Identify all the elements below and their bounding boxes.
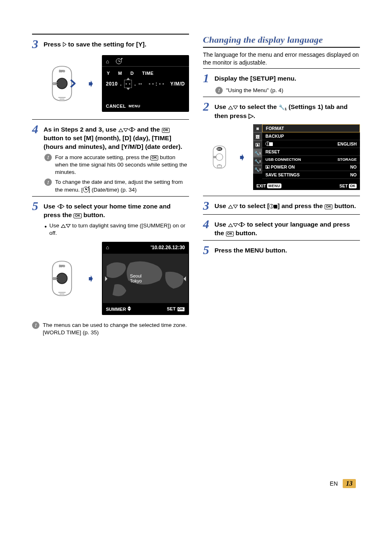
hdr-m: M bbox=[118, 71, 122, 76]
step-text: Press the MENU button. bbox=[214, 244, 287, 255]
world-map: Seoul Tokyo bbox=[103, 254, 188, 303]
camera-lcd-timezone: ⌂'10.02.26.12:30 Seoul Tokyo SUMMER SET … bbox=[102, 242, 189, 315]
step-text: Press to save the setting for [Y]. bbox=[44, 38, 146, 49]
step-text: Use to select the 🔧1 (Settings 1) tab an… bbox=[214, 100, 360, 120]
globe-icon bbox=[269, 204, 274, 208]
setup-row-poweron: POWER ONNO bbox=[262, 163, 360, 171]
hdr-y: Y bbox=[107, 71, 110, 76]
step-number: 4 bbox=[203, 218, 212, 230]
hdr-time: TIME bbox=[142, 71, 154, 76]
step4-note2: ! To change the date and time, adjust th… bbox=[44, 178, 189, 193]
step-text: Use to select your home time zone and pr… bbox=[44, 200, 189, 220]
clock-icon bbox=[116, 58, 122, 64]
r-step1-note: ! "Using the Menu" (p. 4) bbox=[215, 87, 360, 94]
note-icon: ! bbox=[32, 322, 39, 329]
right-arrow-icon bbox=[63, 42, 67, 47]
page-number: 13 bbox=[343, 479, 356, 488]
note-icon: ! bbox=[44, 178, 52, 186]
home-icon: ⌂ bbox=[106, 58, 109, 65]
svg-point-3 bbox=[57, 273, 67, 283]
svg-text:OK: OK bbox=[53, 277, 57, 280]
setup-row-lang: ENGLISH bbox=[262, 140, 360, 148]
dpad-diagram-2: INFO OK ➧ ⌂'10.02.26.12:30 Seoul Tokyo bbox=[44, 242, 189, 315]
wrench-icon: 🔧1 bbox=[279, 104, 287, 112]
svg-text:INFO: INFO bbox=[217, 149, 221, 150]
time-val: - - : - - bbox=[149, 81, 164, 87]
step-text: Display the [SETUP] menu. bbox=[214, 72, 296, 83]
r-step-2: 2 Use to select the 🔧1 (Settings 1) tab … bbox=[203, 100, 360, 120]
dpad-icon: INFO OK bbox=[44, 257, 80, 300]
svg-text:INFO: INFO bbox=[59, 70, 65, 72]
svg-text:INFO: INFO bbox=[59, 265, 65, 267]
dpad-diagram-1: INFO OK ➧ ⌂ Y M D TIME 2010 . - - . -- -… bbox=[44, 55, 189, 112]
r-step-3: 3 Use to select [] and press the OK butt… bbox=[203, 199, 360, 212]
arrow-icon: ➧ bbox=[86, 77, 95, 90]
tab-play-icon bbox=[253, 141, 262, 149]
step-number: 3 bbox=[32, 38, 41, 50]
step-text: Use to select your language and press th… bbox=[214, 218, 360, 238]
setup-diagram: INFO OK ➧ ◙ 🖾 🔧1 🔧2 🔧3 FORMAT BACKUP ENG… bbox=[208, 124, 360, 190]
dpad-icon: INFO OK bbox=[44, 62, 80, 105]
tz-top: '10.02.26.12:30 bbox=[150, 245, 185, 250]
camera-lcd-date: ⌂ Y M D TIME 2010 . - - . -- - - : - - Y… bbox=[102, 55, 189, 112]
dpad-icon: INFO OK bbox=[208, 138, 231, 176]
menu-badge: MENU bbox=[127, 104, 142, 109]
set-label: SET bbox=[167, 306, 175, 311]
section-intro: The language for the menu and error mess… bbox=[203, 51, 360, 67]
home-icon: ⌂ bbox=[106, 244, 109, 250]
step-3: 3 Press to save the setting for [Y]. bbox=[32, 38, 189, 50]
setup-row-reset: RESET bbox=[262, 148, 360, 156]
svg-text:OK: OK bbox=[213, 156, 216, 158]
final-note-text: The menus can be used to change the sele… bbox=[43, 322, 189, 336]
step-number: 5 bbox=[32, 200, 41, 212]
note-icon: ! bbox=[44, 154, 52, 161]
updown-icon bbox=[127, 306, 131, 311]
arrow-icon: ➧ bbox=[86, 272, 95, 285]
section-title: Changing the display language bbox=[203, 35, 360, 45]
r-step-1: 1 Display the [SETUP] menu. bbox=[203, 72, 360, 84]
city-list: Seoul Tokyo bbox=[130, 273, 142, 283]
step-number: 5 bbox=[203, 244, 212, 256]
note-icon: ! bbox=[215, 87, 223, 94]
order-val: Y/M/D bbox=[170, 81, 185, 87]
play-icon bbox=[265, 165, 270, 169]
step4-note1: ! For a more accurate setting, press the… bbox=[44, 154, 189, 176]
step-number: 3 bbox=[203, 199, 212, 212]
month-val: - - bbox=[124, 80, 132, 88]
summer-label: SUMMER bbox=[106, 307, 126, 312]
tab-image-icon: 🖾 bbox=[253, 132, 262, 141]
r-step-4: 4 Use to select your language and press … bbox=[203, 218, 360, 238]
arrow-icon: ➧ bbox=[238, 151, 247, 164]
setup-row-save: SAVE SETTINGSNO bbox=[262, 171, 360, 179]
tab-camera-icon: ◙ bbox=[253, 124, 262, 132]
setup-menu: ◙ 🖾 🔧1 🔧2 🔧3 FORMAT BACKUP ENGLISH RESET… bbox=[253, 124, 360, 182]
cancel-label: CANCEL bbox=[106, 104, 126, 109]
setup-side-tabs: ◙ 🖾 🔧1 🔧2 🔧3 bbox=[253, 124, 262, 182]
page-footer: EN 13 bbox=[32, 479, 360, 488]
step-4: 4 As in Steps 2 and 3, use and the OK bu… bbox=[32, 123, 189, 151]
clock-icon bbox=[83, 187, 89, 192]
tab-settings2-icon: 🔧2 bbox=[253, 157, 262, 165]
r-step-5: 5 Press the MENU button. bbox=[203, 244, 360, 256]
tab-settings3-icon: 🔧3 bbox=[253, 165, 262, 174]
setup-row-usb: USB CONNECTIONSTORAGE bbox=[262, 156, 360, 163]
step-number: 4 bbox=[32, 123, 41, 135]
final-note: ! The menus can be used to change the se… bbox=[32, 322, 189, 336]
step5-bullet: ● Use to turn daylight saving time ([SUM… bbox=[44, 222, 189, 237]
step-number: 1 bbox=[203, 72, 212, 84]
svg-text:OK: OK bbox=[53, 82, 57, 85]
setup-row-format: FORMAT bbox=[262, 124, 360, 132]
footer-lang: EN bbox=[330, 480, 338, 487]
hdr-d: D bbox=[130, 71, 134, 76]
step-number: 2 bbox=[203, 100, 212, 113]
year-val: 2010 bbox=[106, 81, 118, 87]
day-val: -- bbox=[138, 81, 142, 87]
svg-point-0 bbox=[57, 78, 67, 88]
tab-settings1-icon: 🔧1 bbox=[253, 149, 262, 157]
step-text: As in Steps 2 and 3, use and the OK butt… bbox=[44, 123, 189, 151]
svg-point-7 bbox=[216, 154, 223, 161]
step-5: 5 Use to select your home time zone and … bbox=[32, 200, 189, 220]
step-text: Use to select [] and press the OK button… bbox=[214, 199, 356, 211]
setup-row-backup: BACKUP bbox=[262, 132, 360, 140]
